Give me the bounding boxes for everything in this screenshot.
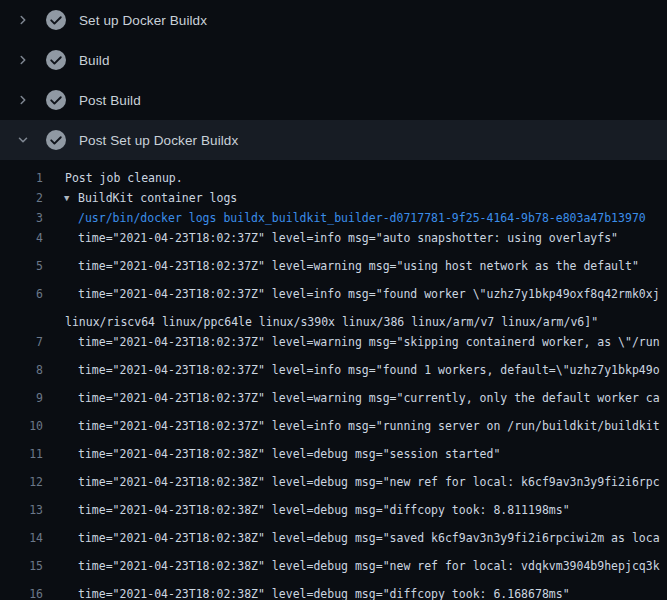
line-number[interactable]: 8 xyxy=(0,360,43,380)
line-number[interactable]: 16 xyxy=(0,584,43,600)
check-circle-icon xyxy=(46,50,66,70)
log-line: 10 time="2021-04-23T18:02:37Z" level=inf… xyxy=(0,416,667,444)
log-line-text: time="2021-04-23T18:02:37Z" level=info m… xyxy=(78,360,660,380)
chevron-right-icon xyxy=(12,52,34,68)
step-header[interactable]: Post Build xyxy=(0,80,667,120)
log-line-text: time="2021-04-23T18:02:37Z" level=warnin… xyxy=(78,332,660,352)
log-line-text: time="2021-04-23T18:02:38Z" level=debug … xyxy=(78,500,570,520)
step-header[interactable]: Build xyxy=(0,40,667,80)
log-line-text: Post job cleanup. xyxy=(65,168,183,188)
log-line-text: time="2021-04-23T18:02:37Z" level=info m… xyxy=(78,416,660,436)
line-number[interactable]: 1 xyxy=(0,168,43,188)
log-line-text: linux/riscv64 linux/ppc64le linux/s390x … xyxy=(65,312,598,332)
log-line-text: time="2021-04-23T18:02:38Z" level=debug … xyxy=(78,472,660,492)
log-line: 15 time="2021-04-23T18:02:38Z" level=deb… xyxy=(0,556,667,584)
line-number[interactable]: 14 xyxy=(0,528,43,548)
log-line: 7 time="2021-04-23T18:02:37Z" level=warn… xyxy=(0,332,667,360)
line-number[interactable]: 4 xyxy=(0,228,43,248)
line-number[interactable]: 11 xyxy=(0,444,43,464)
log-line-text[interactable]: BuildKit container logs xyxy=(78,188,237,208)
log-line: 11 time="2021-04-23T18:02:38Z" level=deb… xyxy=(0,444,667,472)
log-line-text: time="2021-04-23T18:02:37Z" level=warnin… xyxy=(78,256,639,276)
log-line: linux/riscv64 linux/ppc64le linux/s390x … xyxy=(0,312,667,332)
log-line-text: time="2021-04-23T18:02:37Z" level=warnin… xyxy=(78,388,660,408)
check-circle-icon xyxy=(46,10,66,30)
log-line: 9 time="2021-04-23T18:02:37Z" level=warn… xyxy=(0,388,667,416)
step-label: Post Build xyxy=(79,93,141,108)
step-header[interactable]: Post Set up Docker Buildx xyxy=(0,120,667,160)
log-line-text: time="2021-04-23T18:02:38Z" level=debug … xyxy=(78,444,500,464)
line-number[interactable]: 3 xyxy=(0,208,43,228)
log-line-text: time="2021-04-23T18:02:38Z" level=debug … xyxy=(78,556,660,576)
line-number[interactable]: 12 xyxy=(0,472,43,492)
line-number[interactable]: 5 xyxy=(0,256,43,276)
log-line: 16 time="2021-04-23T18:02:38Z" level=deb… xyxy=(0,584,667,600)
log-line: 6 time="2021-04-23T18:02:37Z" level=info… xyxy=(0,284,667,312)
chevron-down-icon xyxy=(12,132,34,148)
log-line: 8 time="2021-04-23T18:02:37Z" level=info… xyxy=(0,360,667,388)
log-line-text: time="2021-04-23T18:02:37Z" level=info m… xyxy=(78,228,618,248)
check-circle-icon xyxy=(46,130,66,150)
log-line: 14 time="2021-04-23T18:02:38Z" level=deb… xyxy=(0,528,667,556)
log-line: 2 BuildKit container logs ▼ xyxy=(0,188,667,208)
log-line: 13 time="2021-04-23T18:02:38Z" level=deb… xyxy=(0,500,667,528)
line-number[interactable]: 9 xyxy=(0,388,43,408)
chevron-right-icon xyxy=(12,92,34,108)
log-line: 4 time="2021-04-23T18:02:37Z" level=info… xyxy=(0,228,667,256)
line-number[interactable]: 10 xyxy=(0,416,43,436)
group-collapse-arrow-icon[interactable]: ▼ xyxy=(64,188,69,208)
log-line: 12 time="2021-04-23T18:02:38Z" level=deb… xyxy=(0,472,667,500)
steps-panel: Set up Docker Buildx Build P xyxy=(0,0,667,160)
log-line: 1 Post job cleanup. xyxy=(0,168,667,188)
log-panel: 1 Post job cleanup. 2 BuildKit container… xyxy=(0,160,667,600)
log-line-text: time="2021-04-23T18:02:38Z" level=debug … xyxy=(78,584,570,600)
step-label: Post Set up Docker Buildx xyxy=(79,133,238,148)
line-number[interactable]: 13 xyxy=(0,500,43,520)
line-number[interactable]: 6 xyxy=(0,284,43,304)
log-line-text: /usr/bin/docker logs buildx_buildkit_bui… xyxy=(78,208,646,228)
line-number[interactable]: 15 xyxy=(0,556,43,576)
step-label: Set up Docker Buildx xyxy=(79,13,207,28)
line-number[interactable]: 2 xyxy=(0,188,43,208)
log-line: 3 /usr/bin/docker logs buildx_buildkit_b… xyxy=(0,208,667,228)
line-number[interactable]: 7 xyxy=(0,332,43,352)
log-line: 5 time="2021-04-23T18:02:37Z" level=warn… xyxy=(0,256,667,284)
chevron-right-icon xyxy=(12,12,34,28)
log-line-text: time="2021-04-23T18:02:38Z" level=debug … xyxy=(78,528,660,548)
step-header[interactable]: Set up Docker Buildx xyxy=(0,0,667,40)
step-label: Build xyxy=(79,53,110,68)
check-circle-icon xyxy=(46,90,66,110)
log-line-text: time="2021-04-23T18:02:37Z" level=info m… xyxy=(78,284,660,304)
